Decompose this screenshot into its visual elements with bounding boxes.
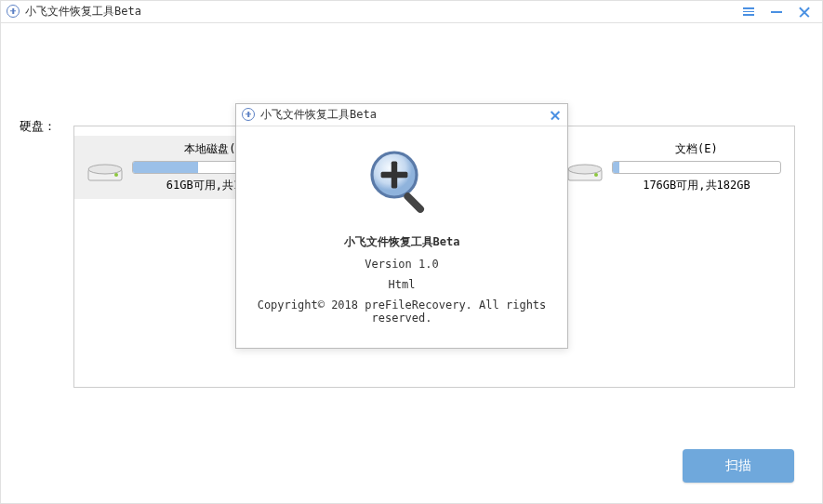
disk-usage: 176GB可用,共182GB [612,178,781,193]
disk-section-label: 硬盘： [20,118,56,135]
window-controls [742,6,816,19]
about-body: 小飞文件恢复工具Beta Version 1.0 Html Copyright©… [236,126,567,325]
about-app-name: 小飞文件恢复工具Beta [236,234,567,250]
disk-progress [612,161,781,174]
svg-point-1 [88,165,122,174]
about-copyright: Copyright© 2018 preFileRecovery. All rig… [236,298,567,325]
titlebar: 小飞文件恢复工具Beta [1,1,822,23]
about-dialog: 小飞文件恢复工具Beta 小飞文件恢复工具Beta Version 1.0 [235,103,568,349]
disk-name: 文档(E) [612,141,781,157]
app-icon [7,5,21,20]
svg-point-4 [568,165,602,174]
about-version: Version 1.0 [236,258,567,271]
about-title: 小飞文件恢复工具Beta [260,107,377,123]
close-icon[interactable] [549,109,562,122]
disk-progress-fill [613,162,619,173]
app-icon [242,108,257,123]
about-format: Html [236,278,567,291]
magnifier-icon [365,145,439,219]
svg-rect-8 [381,172,408,178]
menu-icon[interactable] [742,6,755,19]
minimize-button[interactable] [770,6,783,19]
drive-icon [87,158,123,184]
scan-button[interactable]: 扫描 [683,449,794,483]
svg-rect-9 [403,192,426,215]
disk-item-e[interactable]: 文档(E) 176GB可用,共182GB [554,136,794,199]
svg-point-5 [594,173,598,177]
disk-progress-fill [133,162,198,173]
window-title: 小飞文件恢复工具Beta [25,4,141,20]
about-titlebar: 小飞文件恢复工具Beta [236,104,567,126]
svg-point-2 [114,173,118,177]
close-button[interactable] [798,6,811,19]
disk-info: 文档(E) 176GB可用,共182GB [612,141,781,193]
drive-icon [567,158,603,184]
